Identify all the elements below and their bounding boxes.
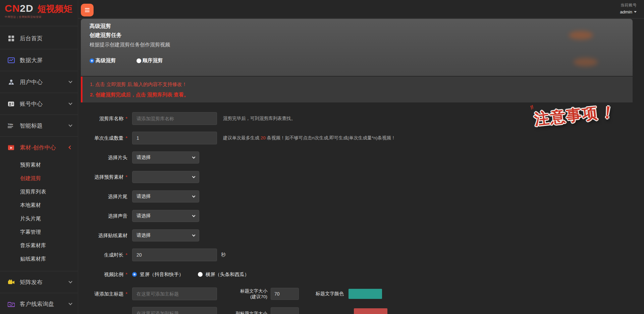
field-hint: 混剪完毕后，可到混剪库列表查找。: [223, 116, 296, 122]
sidebar-subitem[interactable]: 预剪素材: [0, 158, 78, 172]
radio-label: 横屏（头条和西瓜）: [206, 271, 250, 278]
chevron-down-icon: [192, 233, 196, 237]
select-value: 请选择: [137, 232, 151, 238]
notice-line-1: 1. 点击 立即混剪 后,输入的内容不支持修改！: [90, 80, 633, 89]
sidebar-item-label: 素材-创作中心: [20, 144, 56, 151]
sidebar-item-label: 矩阵发布: [20, 278, 43, 286]
sidebar-nav: 后台首页数据大屏用户中心账号中心Title智能标题素材-创作中心预剪素材创建混剪…: [0, 26, 78, 314]
chevron-down-icon: [68, 79, 72, 83]
sidebar-item-matrix[interactable]: 矩阵发布: [0, 273, 78, 291]
brand-title: 短视频矩: [38, 3, 72, 14]
sidebar-item-leads[interactable]: 客户线索询盘: [0, 295, 78, 313]
sidebar-submenu: 预剪素材创建混剪混剪库列表本地素材片头片尾字幕管理音乐素材库贴纸素材库: [0, 156, 78, 269]
sidebar-subitem[interactable]: 片头片尾: [0, 212, 78, 225]
title-icon: Title: [7, 122, 15, 129]
form-row-sub-title: 副标题文字大小: [81, 304, 633, 314]
size-input-main-title[interactable]: [271, 288, 299, 300]
chevron-down-icon: [192, 155, 196, 159]
input-duration[interactable]: [132, 249, 217, 261]
size-label: 副标题文字大小: [220, 311, 267, 314]
radio-selected-icon[interactable]: [132, 272, 137, 277]
select-voice[interactable]: 请选择: [132, 210, 199, 222]
input-sub-title[interactable]: [132, 307, 217, 314]
sidebar-subitem[interactable]: 音乐素材库: [0, 239, 78, 252]
sidebar-item-material[interactable]: 素材-创作中心: [0, 139, 78, 156]
field-label: 选择贴纸素材: [81, 232, 127, 238]
sidebar-subitem[interactable]: 字幕管理: [0, 225, 78, 239]
form-row-main-title: 请添加主标题 *标题文字大小(建议70)标题文字颜色: [81, 284, 633, 304]
sidebar-item-title[interactable]: Title智能标题: [0, 117, 78, 134]
form-row-library-name: 混剪库名称 *混剪完毕后，可到混剪库列表查找。: [81, 109, 633, 128]
field-label: 视频比例 *: [81, 271, 127, 277]
decorative-blob: [569, 31, 593, 40]
page-header-panel: 高级混剪 创建混剪任务 根据提示创建混剪任务创作混剪视频 高级混剪顺序混剪: [81, 19, 633, 76]
brand-logo: CN2D 短视频矩 中网智达 | 全网矩阵营销管家: [0, 0, 78, 26]
logo-text: CN2D: [5, 3, 34, 13]
sidebar-item-label: 后台首页: [20, 35, 43, 42]
main-area: 当前账号 admin 高级混剪 创建混剪任务 根据提示创建混剪任务创作混剪视频 …: [78, 0, 644, 314]
chevron-down-icon: [192, 214, 196, 217]
radio-option[interactable]: 竖屏（抖音和快手）: [132, 271, 184, 278]
radio-label: 顺序混剪: [143, 57, 163, 64]
select-outro[interactable]: 请选择: [132, 190, 199, 203]
select-preclip[interactable]: [132, 171, 199, 183]
id-card-icon: [7, 100, 15, 107]
radio-unselected-icon[interactable]: [137, 58, 141, 63]
size-input-sub-title[interactable]: [271, 307, 299, 314]
mix-task-form: 混剪库名称 *混剪完毕后，可到混剪库列表查找。单次生成数量 *建议单次最多生成 …: [81, 102, 633, 314]
form-row-intro: 选择片头请选择: [81, 148, 633, 167]
menu-toggle-button[interactable]: [81, 4, 94, 16]
sidebar-item-screen[interactable]: 数据大屏: [0, 51, 78, 69]
select-sticker[interactable]: 请选择: [132, 229, 199, 241]
logo-2d: 2D: [20, 3, 33, 14]
mode-radio[interactable]: 高级混剪: [90, 57, 116, 64]
field-label: 单次生成数量 *: [81, 135, 127, 141]
chevron-down-icon: [192, 175, 196, 178]
video-camera-icon: [7, 278, 15, 286]
chevron-down-icon: [68, 279, 72, 283]
sidebar-subitem[interactable]: 贴纸素材库: [0, 252, 78, 266]
sidebar-item-home[interactable]: 后台首页: [0, 30, 78, 47]
page-description: 根据提示创建混剪任务创作混剪视频: [90, 40, 633, 49]
color-swatch-main-title[interactable]: [348, 289, 382, 299]
sidebar-item-account[interactable]: 账号中心: [0, 95, 78, 113]
chevron-down-icon: [192, 194, 196, 198]
field-label: 选择预剪素材 *: [81, 174, 127, 180]
divider: [0, 293, 78, 293]
select-value: 请选择: [137, 154, 151, 161]
radio-option[interactable]: 横屏（头条和西瓜）: [198, 271, 250, 278]
notice-banner: 1. 点击 立即混剪 后,输入的内容不支持修改！ 2. 创建混剪完成后，点击 混…: [81, 77, 633, 102]
account-name: admin: [620, 9, 632, 14]
page-title: 高级混剪: [90, 21, 633, 31]
brand-tagline: 中网智达 | 全网矩阵营销管家: [5, 15, 74, 19]
mode-radio[interactable]: 顺序混剪: [137, 57, 163, 64]
radio-unselected-icon[interactable]: [198, 272, 203, 277]
select-intro[interactable]: 请选择: [132, 151, 199, 164]
sidebar-item-user[interactable]: 用户中心: [0, 73, 78, 91]
video-play-icon: [7, 144, 15, 151]
input-batch-count[interactable]: [132, 132, 217, 144]
sidebar-item-label: 数据大屏: [20, 56, 43, 64]
input-library-name[interactable]: [132, 112, 217, 125]
radio-selected-icon[interactable]: [90, 58, 94, 63]
color-swatch-sub-title[interactable]: [354, 308, 387, 314]
account-label: 当前账号: [620, 2, 637, 8]
field-label: 选择片头: [81, 154, 127, 161]
form-row-outro: 选择片尾请选择: [81, 187, 633, 206]
content: 高级混剪 创建混剪任务 根据提示创建混剪任务创作混剪视频 高级混剪顺序混剪 1.…: [81, 19, 633, 314]
dashboard-icon: [7, 35, 15, 42]
sidebar-subitem[interactable]: 本地素材: [0, 198, 78, 212]
chevron-down-icon: [68, 301, 72, 305]
input-main-title[interactable]: [132, 287, 217, 300]
required-asterisk: *: [124, 291, 127, 297]
sidebar-subitem[interactable]: 混剪库列表: [0, 185, 78, 198]
divider: [0, 49, 78, 49]
required-asterisk: *: [124, 135, 127, 141]
data-screen-icon: [7, 56, 15, 64]
user-icon: [7, 78, 15, 86]
sidebar-subitem[interactable]: 创建混剪: [0, 172, 78, 185]
hamburger-icon: [85, 10, 90, 10]
account-dropdown[interactable]: admin: [620, 9, 637, 14]
input-suffix: 秒: [221, 252, 226, 258]
radio-label: 高级混剪: [96, 57, 116, 64]
